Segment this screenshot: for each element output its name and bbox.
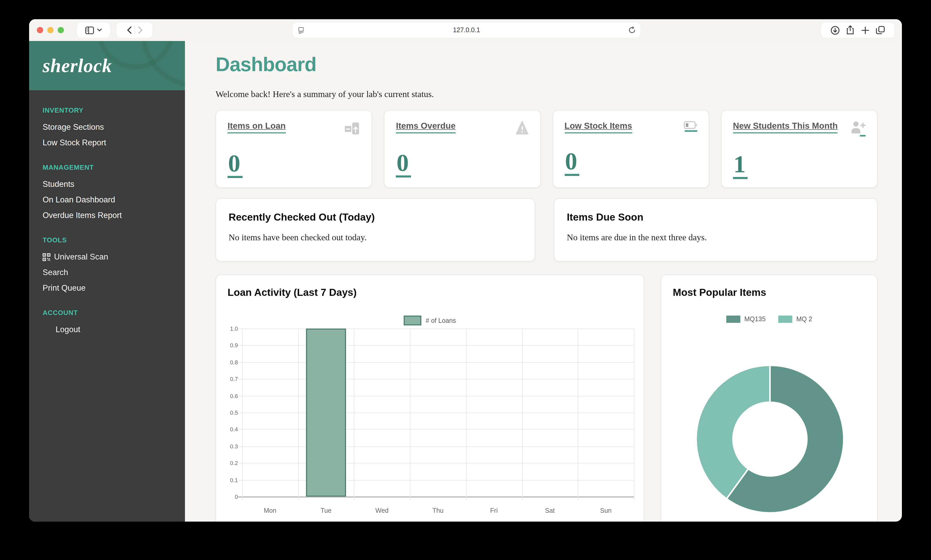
items-due-soon-body: No items are due in the next three days. [567, 232, 865, 243]
sidebar-toggle-button[interactable] [77, 22, 110, 38]
loan-activity-title: Loan Activity (Last 7 Days) [227, 286, 357, 298]
loan-activity-card: Loan Activity (Last 7 Days) # of Loans 1… [216, 275, 644, 522]
info-cards-row: Recently Checked Out (Today) No items ha… [216, 198, 877, 262]
close-window-button[interactable] [37, 27, 43, 33]
legend-entry-loans[interactable]: # of Loans [404, 315, 456, 325]
share-icon[interactable] [846, 25, 854, 35]
minimize-window-button[interactable] [47, 27, 54, 33]
divider [134, 25, 135, 35]
welcome-text: Welcome back! Here's a summary of your l… [216, 89, 877, 100]
nav-header-tools: TOOLS [43, 236, 171, 244]
legend-chip [404, 315, 421, 325]
items-due-soon-title: Items Due Soon [567, 211, 865, 223]
battery-low-icon [684, 121, 697, 132]
sidebar-item-low-stock-report[interactable]: Low Stock Report [43, 135, 171, 151]
donut-legend: MQ135 MQ 2 [661, 315, 877, 323]
legend-entry-mq135[interactable]: MQ135 [726, 315, 766, 323]
donut-chart [694, 363, 846, 515]
window-controls [37, 27, 64, 33]
charts-row: Loan Activity (Last 7 Days) # of Loans 1… [216, 275, 877, 522]
box-arrow-up-icon [344, 121, 360, 135]
back-button[interactable] [127, 26, 131, 34]
recently-checked-out-title: Recently Checked Out (Today) [229, 211, 522, 223]
history-nav [116, 22, 153, 38]
qr-code-icon [43, 253, 50, 261]
low-stock-items-value[interactable]: 0 [565, 149, 579, 176]
nav-section-account: ACCOUNT Logout [43, 309, 171, 337]
low-stock-items-link[interactable]: Low Stock Items [565, 121, 632, 133]
items-on-loan-link[interactable]: Items on Loan [227, 121, 286, 133]
reload-icon[interactable] [628, 26, 635, 34]
new-students-link[interactable]: New Students This Month [733, 121, 838, 133]
sidebar-item-universal-scan[interactable]: Universal Scan [43, 249, 171, 265]
nav-section-inventory: INVENTORY Storage Sections Low Stock Rep… [43, 106, 171, 151]
chevron-down-icon [97, 29, 102, 32]
sidebar-item-print-queue[interactable]: Print Queue [43, 280, 171, 296]
stat-card-items-on-loan: Items on Loan [216, 110, 372, 188]
bar-chart-legend: # of Loans [216, 315, 644, 325]
sidebar-item-search[interactable]: Search [43, 265, 171, 280]
bar-Tue [306, 329, 346, 497]
nav-section-tools: TOOLS Universa [43, 236, 171, 296]
legend-label: MQ 2 [796, 315, 812, 323]
screen: 127.0.0.1 [0, 0, 931, 560]
stat-card-new-students: New Students This Month [721, 110, 878, 188]
tab-overview-icon[interactable] [876, 26, 885, 34]
bar-chart-plot: 1.00.90.80.70.60.50.40.30.20.10 [242, 329, 634, 497]
legend-chip [778, 315, 792, 323]
downloads-icon[interactable] [831, 26, 840, 34]
stat-card-low-stock: Low Stock Items 0 [553, 110, 709, 188]
most-popular-items-title: Most Popular Items [673, 286, 766, 298]
sidebar-item-students[interactable]: Students [43, 177, 171, 192]
stat-cards-row: Items on Loan [216, 110, 877, 188]
warning-icon [515, 121, 529, 135]
legend-label: # of Loans [426, 317, 456, 324]
recently-checked-out-body: No items have been checked out today. [229, 232, 522, 243]
new-students-value[interactable]: 1 [733, 152, 748, 179]
nav-header-inventory: INVENTORY [43, 106, 171, 114]
browser-toolbar: 127.0.0.1 [29, 19, 902, 41]
legend-chip [726, 315, 740, 323]
sidebar-item-logout[interactable]: Logout [43, 322, 171, 337]
icon-underline [860, 135, 866, 136]
sidebar-item-on-loan-dashboard[interactable]: On Loan Dashboard [43, 192, 171, 208]
sidebar-nav: INVENTORY Storage Sections Low Stock Rep… [29, 90, 185, 350]
items-overdue-link[interactable]: Items Overdue [396, 121, 455, 133]
forward-button[interactable] [138, 26, 143, 34]
zoom-window-button[interactable] [58, 27, 64, 33]
icon-underline [685, 130, 697, 132]
nav-header-account: ACCOUNT [43, 309, 171, 317]
items-on-loan-value[interactable]: 0 [227, 151, 242, 178]
page-title: Dashboard [216, 54, 877, 76]
nav-section-management: MANAGEMENT Students On Loan Dashboard Ov… [43, 163, 171, 223]
legend-label: MQ135 [744, 315, 766, 323]
address-bar[interactable]: 127.0.0.1 [292, 22, 641, 38]
person-plus-icon [851, 121, 866, 136]
stat-card-items-overdue: Items Overdue 0 [384, 110, 541, 188]
app-logo[interactable]: sherlock [43, 54, 112, 77]
url-text: 127.0.0.1 [292, 26, 641, 34]
new-tab-icon[interactable] [862, 26, 869, 34]
recently-checked-out-card: Recently Checked Out (Today) No items ha… [216, 198, 535, 262]
logo-band: sherlock [29, 41, 185, 90]
legend-entry-mq2[interactable]: MQ 2 [778, 315, 812, 323]
sidebar-panel-icon [85, 26, 94, 34]
bar-chart-x-labels: MonTueWedThuFriSatSun [242, 507, 634, 515]
items-due-soon-card: Items Due Soon No items are due in the n… [554, 198, 877, 262]
sidebar-item-overdue-items-report[interactable]: Overdue Items Report [43, 208, 171, 223]
most-popular-items-card: Most Popular Items MQ135 MQ 2 [661, 275, 877, 522]
sidebar-item-storage-sections[interactable]: Storage Sections [43, 119, 171, 135]
browser-window: 127.0.0.1 [29, 19, 902, 522]
sidebar: sherlock INVENTORY Storage Sections Low … [29, 41, 185, 522]
items-overdue-value[interactable]: 0 [396, 151, 411, 177]
nav-header-management: MANAGEMENT [43, 163, 171, 171]
toolbar-actions [821, 22, 895, 38]
main-content: Dashboard Welcome back! Here's a summary… [185, 41, 902, 522]
